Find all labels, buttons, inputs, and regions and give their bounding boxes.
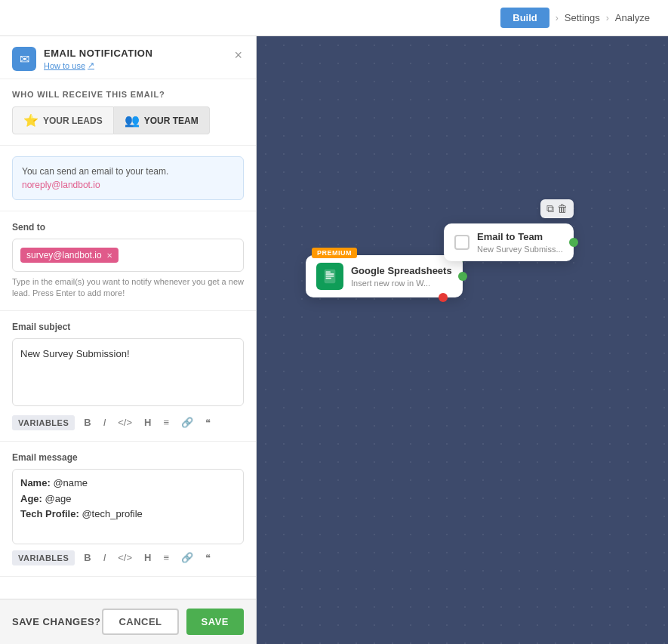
bold-icon-2[interactable]: B xyxy=(81,550,94,565)
tech-label: Tech Profile: xyxy=(20,508,79,519)
message-input-area[interactable]: Name: @name Age: @age Tech Profile: @tec… xyxy=(12,469,244,544)
help-text: Type in the email(s) you want to notify … xyxy=(12,276,244,300)
email-to-team-node[interactable]: ⧉ 🗑 Email to Team New Survey Submiss... xyxy=(444,223,574,261)
your-team-tab[interactable]: 👥 YOUR TEAM xyxy=(114,106,210,134)
delete-action-icon[interactable]: 🗑 xyxy=(557,202,568,215)
email-node-subtitle: New Survey Submiss... xyxy=(477,245,563,254)
subject-section: Email subject VARIABLES B I </> H ≡ 🔗 ❝ xyxy=(0,311,256,442)
list-icon[interactable]: ≡ xyxy=(160,415,172,430)
tech-value: @tech_profile xyxy=(82,508,142,519)
name-label: Name: xyxy=(20,477,51,488)
code-icon[interactable]: </> xyxy=(115,415,135,430)
google-node-title: Google Spreadsheets xyxy=(351,265,452,277)
quote-icon-2[interactable]: ❝ xyxy=(202,550,214,565)
subject-input[interactable] xyxy=(12,338,244,406)
info-email: noreply@landbot.io xyxy=(22,178,234,192)
google-node-text: Google Spreadsheets Insert new row in W.… xyxy=(351,265,452,288)
premium-badge: PREMIUM xyxy=(312,248,357,258)
send-to-section: Send to survey@landbot.io ✕ Type in the … xyxy=(0,211,256,311)
flow-canvas: PREMIUM Google Spreadsheets Insert new r… xyxy=(257,36,668,644)
recipient-tab-group: ⭐ YOUR LEADS 👥 YOUR TEAM xyxy=(12,106,244,134)
google-sheets-icon xyxy=(316,263,343,290)
message-toolbar: VARIABLES B I </> H ≡ 🔗 ❝ xyxy=(12,544,244,565)
panel-header-left: ✉ EMAIL NOTIFICATION How to use ↗ xyxy=(12,47,152,71)
link-icon-2[interactable]: 🔗 xyxy=(178,550,196,565)
how-to-use-link[interactable]: How to use ↗ xyxy=(44,60,152,70)
cancel-button[interactable]: CANCEL xyxy=(102,609,178,635)
quote-icon[interactable]: ❝ xyxy=(202,415,214,430)
name-value: @name xyxy=(53,477,88,488)
connector-svg xyxy=(257,36,668,644)
message-content: Name: @name Age: @age Tech Profile: @tec… xyxy=(20,476,143,522)
age-label: Age: xyxy=(20,493,42,504)
email-tag-value: survey@landbot.io xyxy=(26,250,102,260)
email-input-area[interactable]: survey@landbot.io ✕ xyxy=(12,239,244,272)
message-line-2: Age: @age xyxy=(20,491,143,507)
age-value: @age xyxy=(45,493,72,504)
email-node-checkbox[interactable] xyxy=(454,235,469,250)
panel-title: EMAIL NOTIFICATION xyxy=(44,48,152,59)
subject-label: Email subject xyxy=(12,322,244,332)
node-actions: ⧉ 🗑 xyxy=(540,199,574,218)
info-section: You can send an email to your team. nore… xyxy=(0,146,256,211)
bottom-bar-actions: CANCEL SAVE xyxy=(102,609,244,635)
recipient-section: WHO WILL RECEIVE THIS EMAIL? ⭐ YOUR LEAD… xyxy=(0,79,256,146)
message-label: Email message xyxy=(12,452,244,463)
google-node-output-dot[interactable] xyxy=(458,272,467,281)
link-icon[interactable]: 🔗 xyxy=(178,415,196,430)
analyze-link[interactable]: Analyze xyxy=(615,12,650,23)
message-line-1: Name: @name xyxy=(20,476,143,491)
chevron-icon-2: › xyxy=(606,13,609,23)
subject-toolbar: VARIABLES B I </> H ≡ 🔗 ❝ xyxy=(12,409,244,430)
email-icon: ✉ xyxy=(20,52,29,66)
email-tag: survey@landbot.io ✕ xyxy=(20,248,119,263)
main-layout: ✉ EMAIL NOTIFICATION How to use ↗ × WHO … xyxy=(0,36,668,644)
email-node-text: Email to Team New Survey Submiss... xyxy=(477,231,563,254)
copy-action-icon[interactable]: ⧉ xyxy=(546,202,554,215)
panel-title-group: EMAIL NOTIFICATION How to use ↗ xyxy=(44,48,152,70)
save-button[interactable]: SAVE xyxy=(186,609,244,635)
info-box: You can send an email to your team. nore… xyxy=(12,156,244,200)
panel-header: ✉ EMAIL NOTIFICATION How to use ↗ × xyxy=(0,36,256,79)
italic-icon-2[interactable]: I xyxy=(100,550,109,565)
svg-rect-3 xyxy=(326,278,331,279)
chevron-icon-1: › xyxy=(556,13,559,23)
italic-icon[interactable]: I xyxy=(100,415,109,430)
message-section: Email message Name: @name Age: @age Tech… xyxy=(0,442,256,577)
top-header: Build › Settings › Analyze xyxy=(0,0,668,36)
bold-icon[interactable]: B xyxy=(81,415,94,430)
save-changes-label: SAVE CHANGES? xyxy=(12,616,101,627)
svg-rect-2 xyxy=(326,276,334,276)
bottom-bar: SAVE CHANGES? CANCEL SAVE xyxy=(0,599,256,644)
external-link-icon: ↗ xyxy=(88,60,94,70)
team-emoji: 👥 xyxy=(125,113,140,128)
build-tab[interactable]: Build xyxy=(500,8,549,28)
leads-emoji: ⭐ xyxy=(23,113,38,128)
svg-rect-1 xyxy=(326,273,334,274)
heading-icon[interactable]: H xyxy=(141,415,154,430)
variables-button[interactable]: VARIABLES xyxy=(12,415,75,430)
google-spreadsheets-node[interactable]: PREMIUM Google Spreadsheets Insert new r… xyxy=(306,255,463,297)
code-icon-2[interactable]: </> xyxy=(115,550,135,565)
recipient-label: WHO WILL RECEIVE THIS EMAIL? xyxy=(12,90,244,99)
left-panel: ✉ EMAIL NOTIFICATION How to use ↗ × WHO … xyxy=(0,36,257,644)
info-text: You can send an email to your team. xyxy=(22,165,234,178)
heading-icon-2[interactable]: H xyxy=(141,550,154,565)
header-nav: Build › Settings › Analyze xyxy=(500,8,650,28)
google-node-subtitle: Insert new row in W... xyxy=(351,279,452,288)
settings-link[interactable]: Settings xyxy=(565,12,600,23)
your-leads-tab[interactable]: ⭐ YOUR LEADS xyxy=(12,106,114,134)
message-line-3: Tech Profile: @tech_profile xyxy=(20,507,143,522)
send-to-label: Send to xyxy=(12,222,244,233)
list-icon-2[interactable]: ≡ xyxy=(160,550,172,565)
svg-rect-4 xyxy=(326,272,331,273)
variables-button-2[interactable]: VARIABLES xyxy=(12,550,75,565)
team-label: YOUR TEAM xyxy=(144,116,199,126)
leads-label: YOUR LEADS xyxy=(43,116,103,126)
google-node-error-dot[interactable] xyxy=(439,293,448,302)
email-tag-close[interactable]: ✕ xyxy=(106,251,112,260)
email-node-output-dot[interactable] xyxy=(569,238,578,247)
panel-icon: ✉ xyxy=(12,47,36,71)
email-node-title: Email to Team xyxy=(477,231,563,243)
close-button[interactable]: × xyxy=(232,47,244,63)
